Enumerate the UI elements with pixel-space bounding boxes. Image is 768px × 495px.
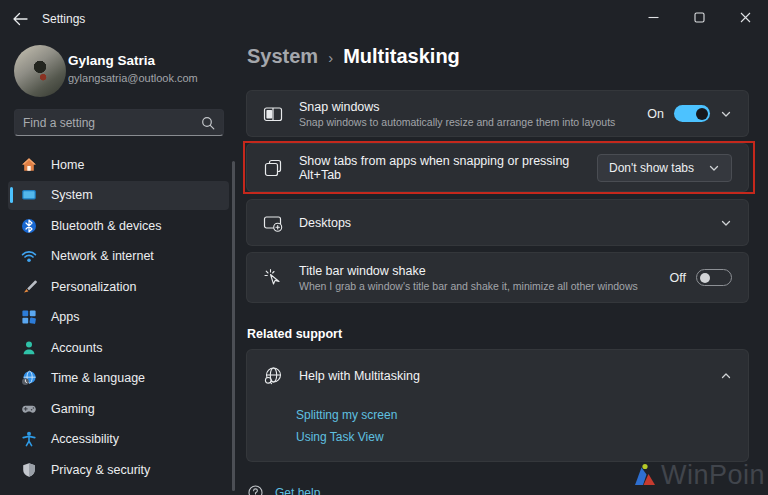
breadcrumb-system[interactable]: System (247, 45, 318, 68)
back-arrow-icon (12, 12, 28, 26)
get-help-link: Get help (275, 486, 320, 495)
sidebar-item-gaming[interactable]: Gaming (8, 394, 229, 423)
sidebar-item-label: Apps (51, 310, 80, 324)
help-links: Splitting my screen Using Task View (247, 408, 397, 444)
desktops-card[interactable]: Desktops (246, 199, 749, 246)
show-tabs-title: Show tabs from apps when snapping or pre… (299, 154, 597, 182)
shake-cursor-icon (263, 268, 283, 288)
chevron-down-icon[interactable] (720, 108, 732, 120)
sidebar-nav: Home System Bluetooth & devices (8, 150, 229, 486)
breadcrumb-separator-icon: › (328, 47, 333, 66)
link-splitting-my-screen[interactable]: Splitting my screen (296, 408, 397, 422)
sidebar-item-bluetooth[interactable]: Bluetooth & devices (8, 211, 229, 240)
show-tabs-dropdown[interactable]: Don't show tabs (597, 154, 732, 182)
settings-window: Settings Gylang Satria gylangsatria@outl… (0, 0, 768, 495)
chevron-up-icon[interactable] (720, 370, 732, 382)
sidebar-item-home[interactable]: Home (8, 150, 229, 179)
snap-windows-title: Snap windows (299, 100, 647, 114)
get-help-row[interactable]: Get help (248, 485, 320, 495)
sidebar-item-time-language[interactable]: Time & language (8, 364, 229, 393)
snap-windows-description: Snap windows to automatically resize and… (299, 116, 647, 128)
help-card: Help with Multitasking Splitting my scre… (246, 349, 749, 462)
sidebar-item-label: Network & internet (51, 249, 154, 263)
desktops-icon (263, 213, 283, 233)
title-bar-shake-card[interactable]: Title bar window shake When I grab a win… (246, 252, 749, 303)
winpoin-logo-icon (632, 462, 659, 489)
sidebar-item-label: Bluetooth & devices (51, 219, 162, 233)
home-icon (21, 157, 37, 173)
tabs-icon (263, 158, 283, 178)
window-title: Settings (42, 12, 85, 26)
help-globe-icon (263, 366, 283, 386)
minimize-icon (648, 12, 659, 23)
personalization-icon (21, 279, 37, 295)
sidebar-item-label: Personalization (51, 280, 136, 294)
related-support-heading: Related support (247, 327, 342, 341)
sidebar-scrollbar[interactable] (232, 161, 235, 491)
link-using-task-view[interactable]: Using Task View (296, 430, 397, 444)
sidebar-item-label: Privacy & security (51, 463, 150, 477)
snap-windows-state-label: On (647, 107, 664, 121)
sidebar-item-privacy[interactable]: Privacy & security (8, 455, 229, 484)
time-language-icon (21, 370, 37, 386)
watermark: WinPoin (632, 460, 765, 491)
title-bar-shake-state-label: Off (670, 271, 686, 285)
snap-windows-card[interactable]: Snap windows Snap windows to automatical… (246, 90, 749, 137)
privacy-icon (21, 462, 37, 478)
titlebar: Settings (0, 0, 768, 36)
close-icon (740, 12, 751, 23)
help-card-title: Help with Multitasking (299, 369, 720, 383)
snap-windows-toggle[interactable] (674, 105, 710, 122)
search-box[interactable] (14, 109, 224, 136)
close-button[interactable] (722, 0, 768, 34)
show-tabs-dropdown-value: Don't show tabs (609, 161, 694, 175)
user-name: Gylang Satria (68, 53, 155, 68)
title-bar-shake-description: When I grab a window's title bar and sha… (299, 280, 670, 292)
sidebar-item-accounts[interactable]: Accounts (8, 333, 229, 362)
chevron-down-icon[interactable] (720, 217, 732, 229)
sidebar: Gylang Satria gylangsatria@outlook.com H… (0, 36, 240, 495)
system-icon (21, 187, 37, 203)
sidebar-item-personalization[interactable]: Personalization (8, 272, 229, 301)
sidebar-item-label: System (51, 188, 93, 202)
title-bar-shake-toggle[interactable] (696, 269, 732, 286)
maximize-button[interactable] (676, 0, 722, 34)
bluetooth-icon (21, 218, 37, 234)
help-card-header[interactable]: Help with Multitasking (247, 350, 748, 402)
chevron-down-icon (708, 162, 720, 174)
sidebar-item-network[interactable]: Network & internet (8, 242, 229, 271)
main-content: System › Multitasking Snap windows Snap … (246, 36, 749, 495)
minimize-button[interactable] (630, 0, 676, 34)
sidebar-item-label: Home (51, 158, 84, 172)
network-icon (21, 248, 37, 264)
sidebar-item-label: Time & language (51, 371, 145, 385)
desktops-title: Desktops (299, 216, 720, 230)
sidebar-item-accessibility[interactable]: Accessibility (8, 425, 229, 454)
back-button[interactable] (12, 8, 40, 30)
title-bar-shake-title: Title bar window shake (299, 264, 670, 278)
sidebar-item-label: Gaming (51, 402, 95, 416)
sidebar-item-label: Accessibility (51, 432, 119, 446)
search-icon (201, 116, 215, 130)
watermark-text: WinPoin (661, 460, 765, 491)
sidebar-item-system[interactable]: System (8, 181, 229, 210)
gaming-icon (21, 401, 37, 417)
accounts-icon (21, 340, 37, 356)
question-mark-icon (248, 485, 263, 495)
breadcrumb: System › Multitasking (247, 45, 460, 68)
window-controls (630, 0, 768, 34)
snap-windows-icon (263, 104, 283, 124)
accessibility-icon (21, 431, 37, 447)
page-title: Multitasking (343, 45, 460, 68)
apps-icon (21, 309, 37, 325)
sidebar-item-label: Accounts (51, 341, 102, 355)
show-tabs-card[interactable]: Show tabs from apps when snapping or pre… (246, 143, 749, 192)
user-email: gylangsatria@outlook.com (68, 72, 198, 84)
avatar[interactable] (14, 45, 66, 97)
sidebar-item-apps[interactable]: Apps (8, 303, 229, 332)
maximize-icon (694, 12, 705, 23)
search-input[interactable] (23, 116, 201, 130)
